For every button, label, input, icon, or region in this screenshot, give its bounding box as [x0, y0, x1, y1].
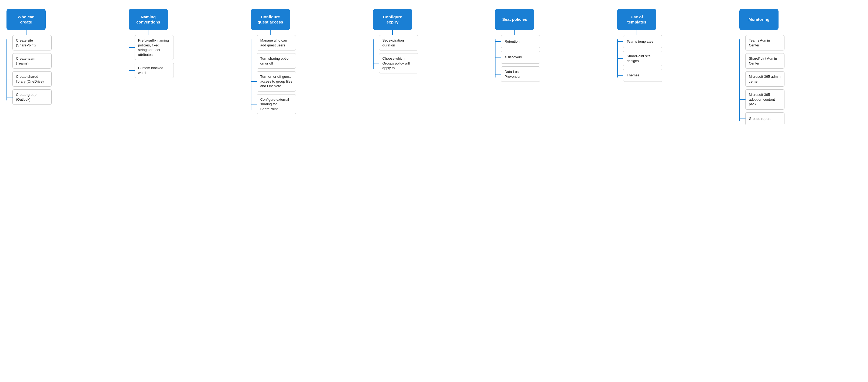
list-item: Create site (SharePoint) — [12, 35, 52, 50]
column-configure-expiry: Configure expirySet expiration durationC… — [373, 9, 495, 73]
diagram: Who can createCreate site (SharePoint)Cr… — [6, 9, 862, 125]
list-item: Teams Admin Center — [745, 35, 784, 50]
column-seat-policies: Seat policiesRetentioneDiscoveryData Los… — [495, 9, 617, 82]
list-item: Manage who can add guest users — [257, 35, 296, 50]
list-item: Turn on or off guest access to group fil… — [257, 71, 296, 92]
items-list-naming-conventions: Prefix-suffix naming policies, fixed str… — [129, 35, 174, 78]
list-item: Choose which Groups policy will apply to — [379, 53, 418, 73]
list-item: Groups report — [745, 112, 784, 125]
column-configure-guest-access: Configure guest accessManage who can add… — [251, 9, 373, 114]
list-item: Turn sharing option on or off — [257, 53, 296, 69]
list-item: Configure external sharing for SharePoin… — [257, 94, 296, 114]
column-naming-conventions: Naming conventionsPrefix-suffix naming p… — [129, 9, 251, 78]
items-list-monitoring: Teams Admin CenterSharePoint Admin Cente… — [739, 35, 784, 125]
items-list-use-of-templates: Teams templatesSharePoint site designsTh… — [617, 35, 662, 82]
header-configure-guest-access: Configure guest access — [251, 9, 290, 30]
column-use-of-templates: Use of templatesTeams templatesSharePoin… — [617, 9, 739, 82]
list-item: SharePoint site designs — [623, 51, 662, 66]
items-list-configure-expiry: Set expiration durationChoose which Grou… — [373, 35, 418, 73]
list-item: Microsoft 365 admin center — [745, 71, 784, 86]
list-item: Custom blocked words — [135, 63, 174, 78]
list-item: Set expiration duration — [379, 35, 418, 50]
header-seat-policies: Seat policies — [495, 9, 534, 30]
header-monitoring: Monitoring — [739, 9, 778, 30]
list-item: Microsoft 365 adoption content pack — [745, 90, 784, 110]
header-naming-conventions: Naming conventions — [129, 9, 168, 30]
items-list-configure-guest-access: Manage who can add guest usersTurn shari… — [251, 35, 296, 114]
list-item: Teams templates — [623, 35, 662, 48]
header-who-can-create: Who can create — [6, 9, 46, 30]
list-item: eDiscovery — [501, 51, 540, 64]
items-list-seat-policies: RetentioneDiscoveryData Loss Prevention — [495, 35, 540, 82]
list-item: Prefix-suffix naming policies, fixed str… — [135, 35, 174, 60]
list-item: Create group (Outlook) — [12, 90, 52, 105]
header-use-of-templates: Use of templates — [617, 9, 656, 30]
list-item: Create team (Teams) — [12, 53, 52, 69]
column-monitoring: MonitoringTeams Admin CenterSharePoint A… — [739, 9, 862, 125]
items-list-who-can-create: Create site (SharePoint)Create team (Tea… — [6, 35, 52, 105]
list-item: SharePoint Admin Center — [745, 53, 784, 69]
list-item: Create shared library (OneDrive) — [12, 71, 52, 86]
list-item: Data Loss Prevention — [501, 66, 540, 82]
column-who-can-create: Who can createCreate site (SharePoint)Cr… — [6, 9, 129, 105]
header-configure-expiry: Configure expiry — [373, 9, 412, 30]
list-item: Retention — [501, 35, 540, 48]
list-item: Themes — [623, 69, 662, 82]
